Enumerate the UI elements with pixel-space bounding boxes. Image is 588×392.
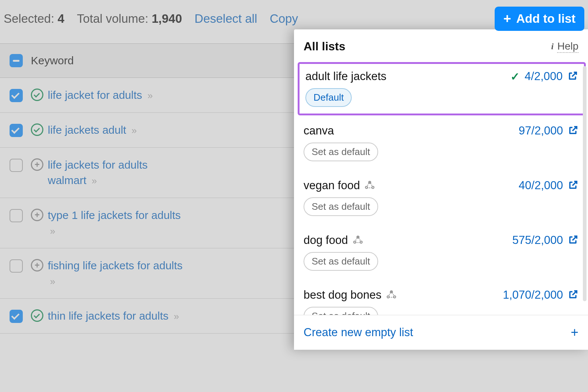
row-checkbox[interactable] (10, 124, 23, 137)
scrollbar[interactable] (583, 66, 587, 301)
check-circle-icon[interactable] (31, 309, 43, 322)
chevron-right-icon[interactable]: » (50, 226, 55, 237)
plus-icon[interactable]: + (571, 325, 578, 340)
svg-point-1 (366, 186, 368, 188)
deselect-all-button[interactable]: Deselect all (194, 12, 257, 26)
added-check-icon: ✓ (510, 70, 520, 83)
plus-circle-icon[interactable]: + (31, 259, 43, 271)
list-name: best dog bones (304, 288, 397, 302)
list-item[interactable]: canva97/2,000Set as default (294, 116, 588, 171)
plus-circle-icon[interactable]: + (31, 158, 43, 171)
svg-point-4 (354, 241, 356, 243)
total-volume-label: Total volume: 1,940 (77, 12, 182, 26)
svg-point-5 (360, 241, 362, 243)
shared-icon (386, 289, 397, 301)
keyword-link[interactable]: life jackets for adults walmart » (48, 157, 187, 188)
plus-circle-icon[interactable]: + (31, 209, 43, 221)
set-default-button[interactable]: Set as default (304, 307, 378, 315)
external-link-icon[interactable] (568, 71, 578, 82)
create-new-list-button[interactable]: Create new empty list (304, 326, 413, 339)
external-link-icon[interactable] (568, 125, 578, 137)
keyword-link[interactable]: fishing life jackets for adults » (48, 258, 187, 289)
keyword-link[interactable]: type 1 life jackets for adults » (48, 208, 187, 238)
list-name: canva (304, 124, 334, 137)
selected-label: Selected: 4 (4, 12, 64, 26)
chevron-right-icon[interactable]: » (50, 276, 55, 287)
add-to-list-button[interactable]: + Add to list (495, 7, 584, 31)
help-link[interactable]: i Help (551, 40, 578, 53)
chevron-right-icon[interactable]: » (174, 311, 179, 322)
row-checkbox[interactable] (10, 259, 23, 273)
chevron-right-icon[interactable]: » (92, 175, 97, 186)
keyword-link[interactable]: life jackets adult » (48, 122, 137, 138)
row-checkbox[interactable] (10, 209, 23, 222)
chevron-right-icon[interactable]: » (147, 90, 153, 101)
svg-point-0 (369, 181, 371, 183)
list-count: 97/2,000 (519, 124, 563, 137)
keyword-link[interactable]: life jacket for adults » (48, 87, 153, 103)
svg-point-8 (394, 296, 396, 298)
list-count: 1,070/2,000 (503, 288, 563, 302)
add-to-list-label: Add to list (516, 12, 576, 26)
list-name: vegan food (304, 179, 375, 192)
list-count: 4/2,000 (525, 70, 563, 83)
list-count: 40/2,000 (519, 179, 563, 192)
set-default-button[interactable]: Set as default (304, 252, 378, 271)
panel-title: All lists (304, 40, 345, 53)
svg-point-2 (372, 186, 374, 188)
list-name: dog food (304, 234, 363, 247)
external-link-icon[interactable] (568, 234, 578, 246)
svg-point-7 (387, 296, 389, 298)
list-name: adult life jackets (305, 70, 387, 83)
check-circle-icon[interactable] (31, 123, 43, 136)
keyword-link[interactable]: thin life jackets for adults » (48, 308, 179, 324)
plus-icon: + (503, 12, 511, 25)
row-checkbox[interactable] (10, 159, 23, 172)
select-all-checkbox[interactable] (10, 54, 23, 67)
external-link-icon[interactable] (568, 289, 578, 301)
set-default-button[interactable]: Set as default (304, 143, 378, 161)
default-badge: Default (305, 88, 352, 107)
shared-icon (352, 235, 363, 246)
copy-button[interactable]: Copy (270, 12, 298, 26)
list-item[interactable]: adult life jackets✓4/2,000Default (298, 62, 586, 115)
set-default-button[interactable]: Set as default (304, 197, 378, 216)
list-item[interactable]: vegan food40/2,000Set as default (294, 171, 588, 226)
svg-point-6 (390, 291, 392, 293)
shared-icon (364, 180, 375, 191)
row-checkbox[interactable] (10, 89, 23, 102)
help-label: Help (557, 40, 578, 53)
external-link-icon[interactable] (568, 180, 578, 191)
lists-panel: All lists i Help adult life jackets✓4/2,… (294, 29, 588, 350)
list-item[interactable]: best dog bones1,070/2,000Set as default (294, 280, 588, 315)
info-icon: i (551, 42, 554, 51)
list-item[interactable]: dog food575/2,000Set as default (294, 226, 588, 280)
chevron-right-icon[interactable]: » (132, 125, 137, 136)
svg-point-3 (357, 236, 359, 238)
check-circle-icon[interactable] (31, 89, 43, 101)
row-checkbox[interactable] (10, 310, 23, 323)
list-count: 575/2,000 (512, 234, 563, 247)
